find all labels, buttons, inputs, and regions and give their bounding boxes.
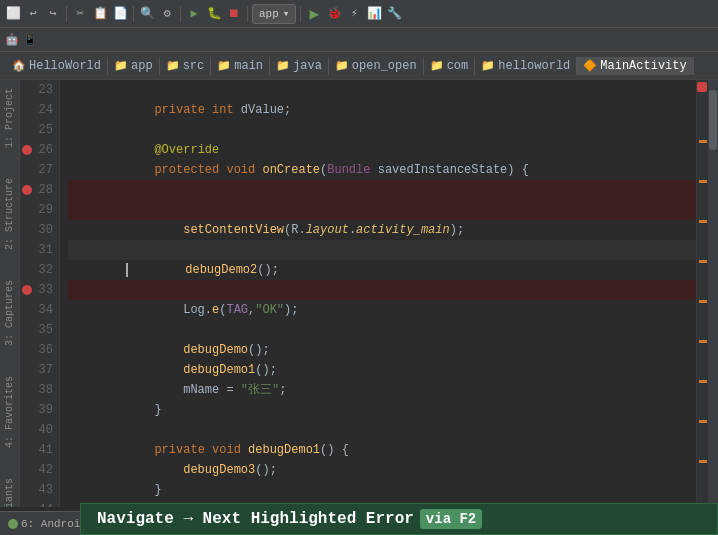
app-dropdown[interactable]: app ▾	[252, 4, 296, 24]
toolbar-icon-play-green[interactable]: ▶	[305, 5, 323, 23]
side-tab-captures[interactable]: 3: Captures	[4, 280, 15, 346]
toolbar-sep-2	[133, 6, 134, 22]
android-icon[interactable]: 🤖	[4, 32, 20, 48]
code-line-36: debugDemo1();	[68, 340, 696, 360]
breadcrumb-open-open[interactable]: 📁 open_open	[329, 57, 424, 75]
scrollbar[interactable]	[708, 80, 718, 507]
toolbar-icon-debug2[interactable]: 🐞	[325, 5, 343, 23]
line-num-44: 44	[20, 500, 53, 507]
com-folder-icon: 📁	[430, 59, 444, 72]
app-folder-icon: 📁	[114, 59, 128, 72]
breadcrumb-src[interactable]: 📁 src	[160, 57, 212, 75]
breadcrumb-main[interactable]: 📁 main	[211, 57, 270, 75]
line-num-23: 23	[20, 80, 53, 100]
android-indicator	[8, 519, 18, 529]
toolbar-sep-1	[66, 6, 67, 22]
breadcrumb-mainactivity[interactable]: 🔶 MainActivity	[577, 57, 693, 75]
line-num-29: 29	[20, 200, 53, 220]
breakpoint-33	[22, 285, 32, 295]
toolbar-icon-paste[interactable]: 📄	[111, 5, 129, 23]
gutter-mark-8	[699, 420, 707, 423]
line-num-39: 39	[20, 400, 53, 420]
app-dropdown-label: app	[259, 8, 279, 20]
toolbar-icon-debug[interactable]: 🐛	[205, 5, 223, 23]
device-icon[interactable]: 📱	[22, 32, 38, 48]
line-num-31: 31	[20, 240, 53, 260]
gutter-mark-9	[699, 460, 707, 463]
line-num-40: 40	[20, 420, 53, 440]
toolbar-icon-5[interactable]: ⚙	[158, 5, 176, 23]
line-num-36: 36	[20, 340, 53, 360]
code-content[interactable]: private int dValue; @Override protected …	[60, 80, 696, 507]
java-folder-icon: 📁	[276, 59, 290, 72]
toolbar-icon-more1[interactable]: ⚡	[345, 5, 363, 23]
toolbar-sep-4	[247, 6, 248, 22]
side-tab-favorites[interactable]: 4: Favorites	[4, 376, 15, 448]
code-line-30	[68, 220, 696, 240]
helloworld-icon: 🏠	[12, 59, 26, 72]
code-line-29: setContentView(R.layout.activity_main);	[68, 200, 696, 220]
breadcrumb-bar: 🏠 HelloWorld 📁 app 📁 src 📁 main 📁 java 📁…	[0, 52, 718, 80]
main-toolbar: ⬜ ↩ ↪ ✂ 📋 📄 🔍 ⚙ ▶ 🐛 ⏹ app ▾ ▶ 🐞 ⚡ 📊 🔧	[0, 0, 718, 28]
tooltip-key: via F2	[420, 509, 482, 529]
line-num-24: 24	[20, 100, 53, 120]
breadcrumb-app-label: app	[131, 59, 153, 73]
code-line-35: debugDemo();	[68, 320, 696, 340]
code-line-26: protected void onCreate(Bundle savedInst…	[68, 140, 696, 160]
line-num-30: 30	[20, 220, 53, 240]
code-line-34	[68, 300, 696, 320]
breadcrumb-java[interactable]: 📁 java	[270, 57, 329, 75]
side-tab-structure[interactable]: 2: Structure	[4, 178, 15, 250]
breadcrumb-helloworld-label: HelloWorld	[29, 59, 101, 73]
toolbar-icon-1[interactable]: ⬜	[4, 5, 22, 23]
gutter-mark-7	[699, 380, 707, 383]
breadcrumb-app[interactable]: 📁 app	[108, 57, 160, 75]
side-tab-variants[interactable]: Variants	[4, 478, 15, 507]
toolbar-icon-more2[interactable]: 📊	[365, 5, 383, 23]
breadcrumb-src-label: src	[183, 59, 205, 73]
toolbar-icon-2[interactable]: ↩	[24, 5, 42, 23]
gutter-mark-1	[699, 140, 707, 143]
breakpoint-28	[22, 185, 32, 195]
side-tab-project[interactable]: 1: Project	[4, 88, 15, 148]
code-line-32	[68, 260, 696, 280]
breadcrumb-helloworld2[interactable]: 📁 helloworld	[475, 57, 577, 75]
open-open-folder-icon: 📁	[335, 59, 349, 72]
line-num-32: 32	[20, 260, 53, 280]
error-indicator-26	[22, 145, 32, 155]
line-num-43: 43	[20, 480, 53, 500]
code-line-27	[68, 160, 696, 180]
breadcrumb-java-label: java	[293, 59, 322, 73]
line-num-25: 25	[20, 120, 53, 140]
line-num-38: 38	[20, 380, 53, 400]
toolbar-icon-search[interactable]: 🔍	[138, 5, 156, 23]
line-num-42: 42	[20, 460, 53, 480]
line-num-28: 28	[20, 180, 53, 200]
breadcrumb-com-label: com	[447, 59, 469, 73]
breadcrumb-mainactivity-label: MainActivity	[600, 59, 686, 73]
code-line-41: debugDemo3();	[68, 440, 696, 460]
code-line-39	[68, 400, 696, 420]
code-line-28: super.onCreate(savedInstanceState);	[68, 180, 696, 200]
tooltip-text: Navigate → Next Highlighted Error	[97, 510, 414, 528]
breadcrumb-com[interactable]: 📁 com	[424, 57, 476, 75]
gutter-mark-6	[699, 340, 707, 343]
main-layout: 1: Project 2: Structure 3: Captures 4: F…	[0, 80, 718, 507]
tooltip-bar: Navigate → Next Highlighted Error via F2	[80, 503, 718, 535]
helloworld2-folder-icon: 📁	[481, 59, 495, 72]
scrollbar-thumb[interactable]	[709, 90, 717, 150]
mainactivity-icon: 🔶	[583, 59, 597, 72]
toolbar-sep-5	[300, 6, 301, 22]
toolbar-icon-run[interactable]: ▶	[185, 5, 203, 23]
editor-area: 23 24 25 26 27 28 29 30 31 32 33 34 35 3…	[20, 80, 718, 507]
right-gutter	[696, 80, 708, 507]
toolbar-icon-copy[interactable]: 📋	[91, 5, 109, 23]
breadcrumb-helloworld[interactable]: 🏠 HelloWorld	[6, 57, 108, 75]
secondary-toolbar: 🤖 📱	[0, 28, 718, 52]
src-folder-icon: 📁	[166, 59, 180, 72]
toolbar-icon-more3[interactable]: 🔧	[385, 5, 403, 23]
line-num-41: 41	[20, 440, 53, 460]
toolbar-icon-stop[interactable]: ⏹	[225, 5, 243, 23]
toolbar-icon-cut[interactable]: ✂	[71, 5, 89, 23]
toolbar-icon-3[interactable]: ↪	[44, 5, 62, 23]
